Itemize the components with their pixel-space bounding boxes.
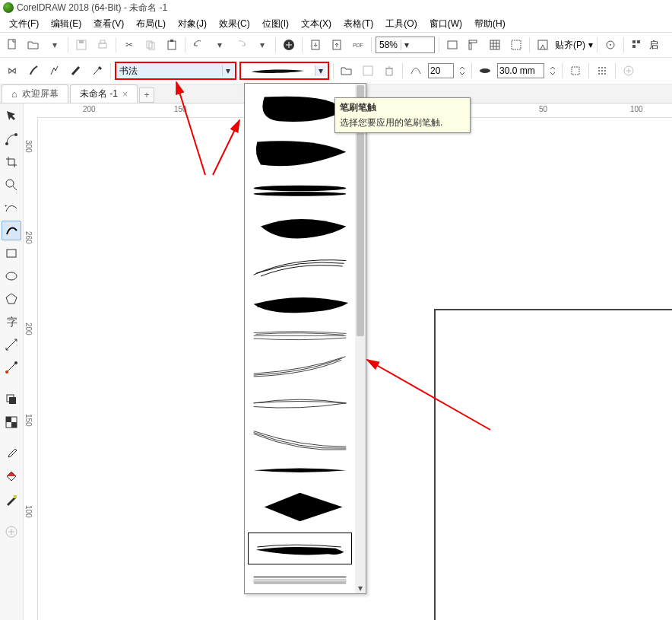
paste-button[interactable] bbox=[163, 36, 181, 54]
menu-bitmap[interactable]: 位图(I) bbox=[256, 16, 295, 32]
parallel-dimension-tool[interactable] bbox=[2, 335, 21, 355]
stroke-item-selected[interactable] bbox=[248, 533, 352, 564]
menu-help[interactable]: 帮助(H) bbox=[468, 16, 512, 32]
freehand-tool[interactable]: + bbox=[2, 198, 21, 218]
stroke-item[interactable] bbox=[248, 325, 352, 346]
interactive-fill-tool[interactable] bbox=[2, 467, 21, 487]
stroke-list[interactable] bbox=[245, 84, 355, 593]
zoom-combo[interactable]: 58% ▾ bbox=[376, 37, 435, 53]
eyedropper-tool[interactable] bbox=[2, 444, 21, 464]
brush-stroke-combo[interactable]: ▾ bbox=[239, 62, 329, 80]
scroll-down-icon[interactable]: ▾ bbox=[355, 583, 366, 593]
show-grid-button[interactable] bbox=[486, 36, 504, 54]
stroke-width-input[interactable] bbox=[497, 63, 544, 78]
scrollbar[interactable]: ▾ bbox=[355, 84, 366, 593]
snap-options-button[interactable] bbox=[534, 36, 552, 54]
menu-tools[interactable]: 工具(O) bbox=[379, 16, 423, 32]
connector-tool[interactable] bbox=[2, 358, 21, 377]
open-dropdown-icon[interactable]: ▾ bbox=[46, 36, 64, 54]
undo-button[interactable] bbox=[189, 36, 208, 54]
copy-button[interactable] bbox=[141, 36, 160, 54]
menu-table[interactable]: 表格(T) bbox=[338, 16, 379, 32]
rectangle-tool[interactable] bbox=[2, 243, 21, 263]
outline-pen-tool[interactable] bbox=[2, 490, 21, 510]
transparency-tool[interactable] bbox=[2, 412, 21, 432]
menu-effects[interactable]: 效果(C) bbox=[213, 16, 256, 32]
stroke-item[interactable] bbox=[248, 569, 352, 590]
options-button[interactable] bbox=[601, 36, 620, 54]
publish-pdf-button[interactable]: PDF bbox=[349, 36, 367, 54]
chevron-down-icon[interactable]: ▾ bbox=[222, 65, 233, 76]
bounding-box-button[interactable] bbox=[566, 62, 585, 80]
stroke-category-combo[interactable]: 书法 ▾ bbox=[115, 62, 236, 80]
pressure-mode-button[interactable] bbox=[88, 62, 106, 80]
vertical-ruler[interactable]: 300 260 200 150 100 bbox=[24, 117, 38, 620]
quick-customize-icon[interactable] bbox=[2, 522, 21, 542]
stroke-item[interactable] bbox=[248, 424, 352, 456]
polygon-tool[interactable] bbox=[2, 289, 21, 309]
stroke-item[interactable] bbox=[248, 133, 352, 175]
stroke-item[interactable] bbox=[248, 205, 352, 247]
shape-tool[interactable] bbox=[2, 129, 21, 149]
quick-customize-icon[interactable] bbox=[620, 62, 638, 80]
save-button[interactable] bbox=[72, 36, 90, 54]
menu-window[interactable]: 窗口(W) bbox=[423, 16, 468, 32]
new-tab-button[interactable]: + bbox=[139, 87, 154, 103]
tab-label: 未命名 -1 bbox=[80, 87, 118, 100]
brush-stroke-dropdown[interactable]: ▾ bbox=[244, 83, 366, 594]
chevron-down-icon[interactable]: ▾ bbox=[588, 40, 593, 50]
redo-button[interactable] bbox=[232, 36, 250, 54]
snap-label[interactable]: 贴齐(P) bbox=[555, 39, 585, 52]
menu-object[interactable]: 对象(J) bbox=[172, 16, 213, 32]
undo-dropdown-icon[interactable]: ▾ bbox=[211, 36, 229, 54]
stepper-icon[interactable] bbox=[547, 62, 558, 80]
open-button[interactable] bbox=[24, 36, 43, 54]
brush-mode-button[interactable] bbox=[24, 62, 43, 80]
stroke-item[interactable] bbox=[248, 288, 352, 320]
drop-shadow-tool[interactable] bbox=[2, 389, 21, 409]
show-guidelines-button[interactable] bbox=[507, 36, 525, 54]
stroke-item[interactable] bbox=[248, 252, 352, 284]
show-rulers-button[interactable] bbox=[464, 36, 483, 54]
text-tool[interactable]: 字 bbox=[2, 312, 21, 332]
chevron-down-icon[interactable]: ▾ bbox=[401, 40, 412, 50]
save-stroke-button[interactable] bbox=[359, 62, 377, 80]
tab-document[interactable]: 未命名 -1 × bbox=[70, 84, 138, 103]
export-button[interactable] bbox=[328, 36, 346, 54]
stroke-item[interactable] bbox=[248, 387, 352, 419]
sprayer-mode-button[interactable] bbox=[46, 62, 64, 80]
search-content-button[interactable] bbox=[280, 36, 298, 54]
fullscreen-preview-button[interactable] bbox=[443, 36, 461, 54]
chevron-down-icon[interactable]: ▾ bbox=[315, 65, 326, 76]
menu-edit[interactable]: 编辑(E) bbox=[45, 16, 87, 32]
menu-text[interactable]: 文本(X) bbox=[295, 16, 338, 32]
stroke-item[interactable] bbox=[248, 351, 352, 383]
app-launcher-button[interactable] bbox=[628, 36, 646, 54]
redo-dropdown-icon[interactable]: ▾ bbox=[253, 36, 271, 54]
stroke-item[interactable] bbox=[248, 459, 352, 481]
tab-welcome[interactable]: 欢迎屏幕 bbox=[2, 84, 68, 103]
menu-file[interactable]: 文件(F) bbox=[3, 16, 45, 32]
launch-label[interactable]: 启 bbox=[649, 39, 658, 52]
zoom-tool[interactable] bbox=[2, 175, 21, 195]
stroke-item[interactable] bbox=[248, 486, 352, 528]
print-button[interactable] bbox=[94, 36, 112, 54]
cut-button[interactable]: ✂ bbox=[120, 36, 138, 54]
import-button[interactable] bbox=[306, 36, 325, 54]
delete-stroke-button[interactable] bbox=[380, 62, 398, 80]
menu-layout[interactable]: 布局(L) bbox=[130, 16, 172, 32]
ellipse-tool[interactable] bbox=[2, 266, 21, 286]
preset-stroke-button[interactable]: ⋈ bbox=[3, 62, 21, 80]
new-doc-button[interactable] bbox=[3, 36, 21, 54]
calligraphy-mode-button[interactable] bbox=[67, 62, 85, 80]
close-icon[interactable]: × bbox=[122, 89, 128, 100]
smoothing-input[interactable] bbox=[428, 63, 454, 78]
pick-tool[interactable] bbox=[2, 107, 21, 126]
scale-with-object-button[interactable] bbox=[593, 62, 611, 80]
menu-view[interactable]: 查看(V) bbox=[87, 16, 130, 32]
stroke-item[interactable] bbox=[248, 180, 352, 201]
browse-button[interactable] bbox=[338, 62, 356, 80]
crop-tool[interactable] bbox=[2, 152, 21, 172]
artistic-media-tool[interactable] bbox=[2, 221, 21, 240]
stepper-icon[interactable] bbox=[457, 62, 468, 80]
